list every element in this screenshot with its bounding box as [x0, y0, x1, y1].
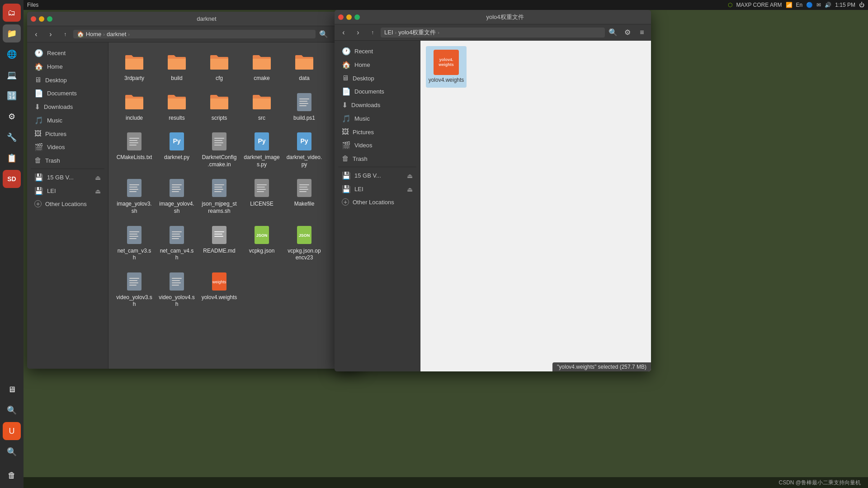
- sidebar-item-pictures[interactable]: 🖼 Pictures: [29, 127, 106, 140]
- settings-icon[interactable]: ⚙: [3, 108, 21, 126]
- sidebar2-item-videos[interactable]: 🎬 Videos: [336, 139, 418, 152]
- file-item-build-ps1[interactable]: build.ps1: [284, 88, 325, 126]
- file-item-license[interactable]: LICENSE: [241, 174, 282, 218]
- file-item-image-yolov3-sh[interactable]: image_yolov3.sh: [114, 174, 155, 218]
- sidebar2-item-drive1[interactable]: 💾 15 GB V... ⏏: [336, 169, 418, 182]
- sidebar-item-desktop[interactable]: 🖥 Desktop: [29, 74, 106, 86]
- eject-lei-2[interactable]: ⏏: [407, 186, 413, 193]
- svg-rect-38: [257, 187, 265, 188]
- file-item-src[interactable]: src: [241, 88, 282, 126]
- sidebar2-item-home[interactable]: 🏠 Home: [336, 58, 418, 71]
- sidebar2-item-downloads[interactable]: ⬇ Downloads: [336, 99, 418, 112]
- file-item-video-yolov3-sh[interactable]: video_yolov3.sh: [114, 267, 155, 312]
- home-crumb[interactable]: 🏠 Home: [77, 31, 101, 38]
- file-item-data[interactable]: data: [284, 48, 325, 86]
- search-button-2[interactable]: 🔍: [607, 26, 619, 39]
- file-item-darknetconfig-cmake-in[interactable]: DarknetConfig.cmake.in: [199, 127, 240, 172]
- lei-crumb[interactable]: LEI: [384, 29, 393, 36]
- sidebar-item-trash[interactable]: 🗑 Trash: [29, 154, 106, 167]
- sidebar2-item-documents[interactable]: 📄 Documents: [336, 85, 418, 98]
- breadcrumb-1[interactable]: 🏠 Home › darknet ›: [73, 30, 316, 38]
- search-button[interactable]: 🔍: [317, 28, 330, 41]
- file-item-include[interactable]: include: [114, 88, 155, 126]
- sidebar-item-videos[interactable]: 🎬 Videos: [29, 141, 106, 154]
- file-item-vcpkg-json[interactable]: JSON vcpkg.json: [241, 221, 282, 265]
- ubuntu-icon[interactable]: U: [3, 422, 21, 440]
- file-item-readme-md[interactable]: README.md: [199, 221, 240, 265]
- minimize-button-2[interactable]: [346, 14, 352, 20]
- sidebar-item-drive1[interactable]: 💾 15 GB V... ⏏: [29, 171, 106, 184]
- files-app-icon[interactable]: 🗂: [3, 4, 21, 22]
- up-button-2[interactable]: ↑: [366, 26, 379, 39]
- file-item-yolov4-weights[interactable]: weights yolov4.weights: [199, 267, 240, 312]
- sidebar-item-recent[interactable]: 🕐 Recent: [29, 47, 106, 60]
- sidebar2-item-trash[interactable]: 🗑 Trash: [336, 152, 418, 165]
- svg-rect-52: [172, 231, 182, 232]
- folder-crumb[interactable]: darknet: [107, 31, 126, 38]
- file-item-scripts[interactable]: scripts: [199, 88, 240, 126]
- browser-icon[interactable]: 🌐: [3, 45, 21, 63]
- terminal2-icon[interactable]: 🖥: [3, 380, 21, 399]
- power-icon[interactable]: ⏻: [859, 2, 864, 8]
- eject-lei[interactable]: ⏏: [95, 188, 101, 195]
- breadcrumb-2[interactable]: LEI › yolo4权重文件 ›: [381, 28, 605, 38]
- file-item-results[interactable]: results: [156, 88, 197, 126]
- file-item-darknet-video-py[interactable]: Py darknet_video.py: [284, 127, 325, 172]
- calc-icon[interactable]: 🔢: [3, 87, 21, 105]
- file-item-video-yolov4-sh[interactable]: video_yolov4.sh: [156, 267, 197, 312]
- sidebar-item-lei[interactable]: 💾 LEI ⏏: [29, 184, 106, 197]
- file-item-cfg[interactable]: cfg: [199, 48, 240, 86]
- close-button-1[interactable]: [31, 16, 36, 22]
- sidebar-item-downloads[interactable]: ⬇ Downloads: [29, 100, 106, 113]
- file-item-json-mjpeg-streams-sh[interactable]: json_mjpeg_streams.sh: [199, 174, 240, 218]
- search-app-icon[interactable]: 🔍: [3, 401, 21, 419]
- file-item-net-cam-v3-sh[interactable]: net_cam_v3.sh: [114, 221, 155, 265]
- menu-button-2[interactable]: ≡: [636, 26, 648, 39]
- view-button-2[interactable]: ⚙: [621, 26, 634, 39]
- folder-crumb-2[interactable]: yolo4权重文件: [398, 28, 436, 37]
- sidebar2-item-other[interactable]: + Other Locations: [336, 196, 418, 208]
- file-item-darknet-py[interactable]: Py darknet.py: [156, 127, 197, 172]
- file-icon: [166, 52, 188, 73]
- back-button[interactable]: ‹: [30, 28, 42, 41]
- file-item-makefile[interactable]: Makefile: [284, 174, 325, 218]
- lang-indicator[interactable]: En: [796, 2, 803, 8]
- sidebar-item-documents[interactable]: 📄 Documents: [29, 87, 106, 100]
- back-button-2[interactable]: ‹: [337, 26, 350, 39]
- sdk-icon[interactable]: SD: [3, 170, 21, 188]
- file-item-cmakelists-txt[interactable]: CMakeLists.txt: [114, 127, 155, 172]
- file-item-vcpkg-json-opencv23[interactable]: JSON vcpkg.json.opencv23: [284, 221, 325, 265]
- sidebar2-item-lei[interactable]: 💾 LEI ⏏: [336, 183, 418, 196]
- forward-button-2[interactable]: ›: [352, 26, 364, 39]
- maximize-button-2[interactable]: [354, 14, 360, 20]
- file-manager-icon[interactable]: 📁: [3, 24, 21, 42]
- eject-drive1[interactable]: ⏏: [95, 174, 101, 181]
- eject-drive1-2[interactable]: ⏏: [407, 172, 413, 179]
- close-button-2[interactable]: [338, 14, 344, 20]
- up-button[interactable]: ↑: [59, 28, 71, 41]
- tools-icon[interactable]: 🔧: [3, 128, 21, 146]
- terminal-icon[interactable]: 💻: [3, 66, 21, 84]
- sidebar-item-other[interactable]: + Other Locations: [29, 198, 106, 210]
- file-item-cmake[interactable]: cmake: [241, 48, 282, 86]
- trash-dock-icon[interactable]: 🗑: [3, 466, 21, 484]
- file-item-3rdparty[interactable]: 3rdparty: [114, 48, 155, 86]
- sidebar2-item-desktop[interactable]: 🖥 Desktop: [336, 72, 418, 84]
- svg-rect-23: [129, 187, 137, 188]
- sidebar2-item-pictures[interactable]: 🖼 Pictures: [336, 126, 418, 138]
- sidebar-item-music[interactable]: 🎵 Music: [29, 114, 106, 127]
- file-item-yolov4-weights[interactable]: yolov4.weights yolov4.weights: [426, 46, 467, 88]
- file-item-build[interactable]: build: [156, 48, 197, 86]
- forward-button[interactable]: ›: [44, 28, 57, 41]
- sidebar2-item-recent[interactable]: 🕐 Recent: [336, 45, 418, 58]
- sidebar2-item-music[interactable]: 🎵 Music: [336, 112, 418, 125]
- maximize-button-1[interactable]: [47, 16, 52, 22]
- sidebar-item-home[interactable]: 🏠 Home: [29, 60, 106, 73]
- minimize-button-1[interactable]: [39, 16, 44, 22]
- file-item-net-cam-v4-sh[interactable]: net_cam_v4.sh: [156, 221, 197, 265]
- file-item-darknet-images-py[interactable]: Py darknet_images.py: [241, 127, 282, 172]
- file-label: Makefile: [294, 201, 315, 208]
- file-item-image-yolov4-sh[interactable]: image_yolov4.sh: [156, 174, 197, 218]
- notes-icon[interactable]: 📋: [3, 149, 21, 167]
- magnify-icon[interactable]: 🔍: [3, 443, 21, 461]
